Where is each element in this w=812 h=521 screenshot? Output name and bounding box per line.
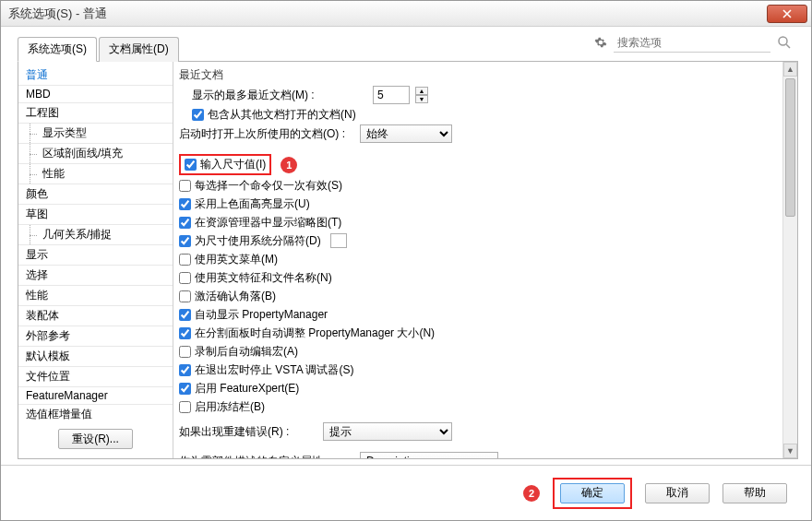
reset-button[interactable]: 重设(R)... bbox=[58, 429, 133, 449]
window-title: 系统选项(S) - 普通 bbox=[8, 6, 767, 22]
tree-item-assembly[interactable]: 装配体 bbox=[18, 306, 173, 326]
titlebar: 系统选项(S) - 普通 bbox=[1, 1, 811, 27]
gear-icon bbox=[593, 35, 608, 50]
startup-combo[interactable]: 始终 bbox=[360, 124, 452, 143]
featurexpert-checkbox[interactable]: 启用 FeatureXpert(E) bbox=[179, 381, 299, 397]
tree-item-drawing[interactable]: 工程图 bbox=[18, 103, 173, 124]
separator-preview-box bbox=[330, 233, 347, 248]
eng-menu-checkbox[interactable]: 使用英文菜单(M) bbox=[179, 252, 278, 267]
reset-row: 重设(R)... bbox=[18, 425, 173, 453]
main-panel: 最近文档 显示的最多最近文档(M) : ▲▼ 包含从其他文档打开的文档(N) 启… bbox=[173, 62, 797, 458]
category-tree: 普通 MBD 工程图 显示类型 区域剖面线/填充 性能 颜色 草图 几何关系/捕… bbox=[18, 64, 173, 421]
vertical-scrollbar[interactable]: ▲ ▼ bbox=[782, 62, 797, 458]
recent-max-input[interactable] bbox=[373, 86, 410, 104]
tree-item-performance[interactable]: 性能 bbox=[18, 164, 173, 184]
annotation-badge-1: 1 bbox=[281, 157, 297, 173]
tree-item-file-locations[interactable]: 文件位置 bbox=[18, 367, 173, 387]
svg-point-0 bbox=[779, 37, 787, 45]
tree-item-performance-2[interactable]: 性能 bbox=[18, 286, 173, 306]
annotation-badge-2: 2 bbox=[523, 485, 540, 502]
main-scroll: 最近文档 显示的最多最近文档(M) : ▲▼ 包含从其他文档打开的文档(N) 启… bbox=[173, 62, 797, 458]
chevron-up-icon[interactable]: ▲ bbox=[415, 87, 428, 95]
recent-max-row: 显示的最多最近文档(M) : ▲▼ bbox=[179, 85, 794, 105]
eng-names-checkbox[interactable]: 使用英文特征和文件名称(N) bbox=[179, 270, 332, 286]
tab-document-properties[interactable]: 文档属性(D) bbox=[99, 37, 179, 62]
close-button[interactable] bbox=[767, 5, 807, 23]
system-options-window: 系统选项(S) - 普通 系统选项(S) 文档属性(D) 普通 MBD bbox=[0, 0, 812, 521]
tab-system-options[interactable]: 系统选项(S) bbox=[18, 37, 97, 62]
include-other-docs-checkbox[interactable]: 包含从其他文档打开的文档(N) bbox=[192, 107, 356, 123]
scroll-thumb[interactable] bbox=[785, 78, 795, 217]
tree-item-sketch[interactable]: 草图 bbox=[18, 205, 173, 225]
recent-docs-group: 最近文档 bbox=[179, 65, 794, 85]
ok-button[interactable]: 确定 bbox=[560, 483, 625, 503]
tree-item-ext-ref[interactable]: 外部参考 bbox=[18, 326, 173, 347]
tree-item-spin-increment[interactable]: 选值框增量值 bbox=[18, 405, 173, 421]
sidebar: 普通 MBD 工程图 显示类型 区域剖面线/填充 性能 颜色 草图 几何关系/捕… bbox=[18, 62, 173, 458]
input-dim-checkbox[interactable]: 输入尺寸值(I) bbox=[185, 157, 266, 172]
highlight-input-dim: 输入尺寸值(I) bbox=[179, 154, 271, 175]
startup-label: 启动时打开上次所使用的文档(O) : bbox=[179, 126, 354, 142]
tree-item-display[interactable]: 显示 bbox=[18, 245, 173, 266]
search-icon[interactable] bbox=[776, 34, 793, 51]
scroll-up-button[interactable]: ▲ bbox=[783, 62, 797, 77]
tree-item-general[interactable]: 普通 bbox=[18, 65, 173, 86]
pm-resize-checkbox[interactable]: 在分割面板时自动调整 PropertyManager 大小(N) bbox=[179, 326, 435, 341]
chevron-down-icon[interactable]: ▼ bbox=[415, 95, 428, 103]
rebuild-row: 如果出现重建错误(R) : 提示 bbox=[179, 421, 794, 442]
record-macro-checkbox[interactable]: 录制后自动编辑宏(A) bbox=[179, 344, 298, 360]
body-area: 系统选项(S) 文档属性(D) 普通 MBD 工程图 显示类型 区域剖面线/填充… bbox=[1, 27, 811, 465]
tree-item-select[interactable]: 选择 bbox=[18, 266, 173, 286]
search-row bbox=[593, 32, 793, 53]
recent-max-spinner[interactable]: ▲▼ bbox=[415, 87, 428, 103]
tree-item-mbd[interactable]: MBD bbox=[18, 86, 173, 103]
color-highlight-checkbox[interactable]: 采用上色面高亮显示(U) bbox=[179, 196, 310, 212]
custom-prop-combo[interactable]: Description bbox=[360, 452, 498, 458]
custom-prop-label: 作为零部件描述的自定义属性: bbox=[179, 454, 354, 459]
highlight-ok: 确定 bbox=[553, 478, 632, 509]
auto-pm-checkbox[interactable]: 自动显示 PropertyManager bbox=[179, 307, 328, 323]
include-other-docs-row: 包含从其他文档打开的文档(N) bbox=[179, 105, 794, 124]
search-input[interactable] bbox=[614, 32, 770, 53]
single-cmd-checkbox[interactable]: 每选择一个命令仅一次有效(S) bbox=[179, 178, 342, 194]
startup-row: 启动时打开上次所使用的文档(O) : 始终 bbox=[179, 124, 794, 144]
tree-item-relations[interactable]: 几何关系/捕捉 bbox=[18, 225, 173, 245]
footer: 2 确定 取消 帮助 bbox=[1, 465, 811, 520]
sys-sep-checkbox[interactable]: 为尺寸使用系统分隔符(D) bbox=[179, 233, 321, 249]
scroll-down-button[interactable]: ▼ bbox=[783, 444, 797, 458]
help-button[interactable]: 帮助 bbox=[722, 483, 787, 503]
tree-item-featuremanager[interactable]: FeatureManager bbox=[18, 387, 173, 405]
rebuild-label: 如果出现重建错误(R) : bbox=[179, 424, 317, 440]
cancel-button[interactable]: 取消 bbox=[645, 483, 710, 503]
tree-item-hatch[interactable]: 区域剖面线/填充 bbox=[18, 144, 173, 164]
tree-item-display-type[interactable]: 显示类型 bbox=[18, 124, 173, 144]
rebuild-combo[interactable]: 提示 bbox=[323, 422, 452, 441]
close-icon bbox=[782, 9, 792, 18]
thumbnails-checkbox[interactable]: 在资源管理器中显示缩略图(T) bbox=[179, 215, 341, 231]
tree-item-default-template[interactable]: 默认模板 bbox=[18, 347, 173, 367]
input-dim-row: 输入尺寸值(I) 1 bbox=[179, 153, 794, 176]
recent-max-label: 显示的最多最近文档(M) : bbox=[192, 88, 367, 103]
vsta-stop-checkbox[interactable]: 在退出宏时停止 VSTA 调试器(S) bbox=[179, 362, 353, 378]
confirm-corner-checkbox[interactable]: 激活确认角落(B) bbox=[179, 289, 276, 304]
freeze-bar-checkbox[interactable]: 启用冻结栏(B) bbox=[179, 399, 265, 415]
tree-item-color[interactable]: 颜色 bbox=[18, 184, 173, 205]
custom-prop-row: 作为零部件描述的自定义属性: Description bbox=[179, 451, 794, 458]
content-wrap: 普通 MBD 工程图 显示类型 区域剖面线/填充 性能 颜色 草图 几何关系/捕… bbox=[18, 62, 798, 459]
